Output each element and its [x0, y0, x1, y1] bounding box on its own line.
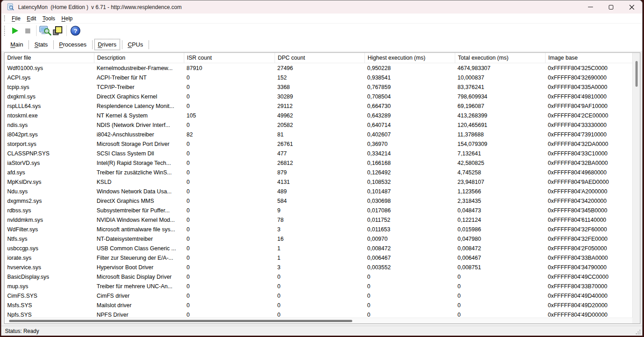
status-bar: Status: Ready: [1, 326, 642, 336]
cell-image-base: 0xFFFFF804'2CE00000: [545, 112, 632, 119]
start-monitor-button[interactable]: [9, 24, 21, 37]
menu-item-help[interactable]: Help: [58, 14, 76, 23]
cell-description: DirectX Graphics MMS: [94, 198, 184, 204]
table-row[interactable]: iorate.sysFilter zur Steuerung der E/A-.…: [5, 253, 632, 262]
copy-image-icon: [52, 26, 64, 36]
menu-item-file[interactable]: File: [9, 14, 23, 23]
cell-driver-file: afd.sys: [5, 169, 94, 176]
cell-isr-count: 0: [184, 226, 275, 233]
table-row[interactable]: i8042prt.sysi8042-Anschlusstreiber82810,…: [5, 130, 632, 139]
cell-highest-execution: 0,101487: [364, 188, 455, 195]
column-header-driver-file[interactable]: Driver file: [5, 53, 94, 63]
cell-dpc-count: 29112: [275, 103, 364, 109]
cell-image-base: 0xFFFFF804'335A0000: [545, 84, 632, 90]
cell-highest-execution: 0,334214: [364, 150, 455, 157]
table-row[interactable]: mup.sysTreiber für mehrere UNC-An...0000…: [5, 281, 632, 291]
cell-description: USB Common Class Generic ...: [94, 245, 184, 252]
cell-driver-file: storport.sys: [5, 141, 94, 147]
cell-dpc-count: 30289: [275, 94, 364, 100]
table-row[interactable]: WdFilter.sysMicrosoft antimalware file s…: [5, 225, 632, 234]
table-row[interactable]: MpKslDrv.sysKSLD041310,10853223,9481070x…: [5, 177, 632, 187]
table-row[interactable]: Npfs.SYSNPFS Driver00000xFFFFF804'49D000…: [5, 310, 632, 318]
table-row[interactable]: tcpip.sysTCP/IP-Treiber033680,76785983,3…: [5, 82, 632, 92]
cell-dpc-count: 0: [275, 283, 364, 290]
table-row[interactable]: BasicDisplay.sysMicrosoft Basic Display …: [5, 272, 632, 281]
cell-description: NVIDIA Windows Kernel Mod...: [94, 217, 184, 223]
table-row[interactable]: rdbss.sysSubsystemtreiber für Puffer...0…: [5, 206, 632, 215]
column-header-total-execution[interactable]: Total execution (ms): [455, 53, 545, 63]
tab-cpus[interactable]: CPUs: [125, 40, 146, 49]
tab-drivers[interactable]: Drivers: [95, 40, 119, 49]
table-row[interactable]: Msfs.SYSMailslot driver00000xFFFFF804'49…: [5, 300, 632, 310]
help-button[interactable]: ?: [69, 24, 82, 37]
cell-isr-count: 0: [184, 255, 275, 261]
horizontal-scrollbar-thumb[interactable]: [9, 320, 352, 322]
column-header-isr-count[interactable]: ISR count: [184, 53, 275, 63]
table-row[interactable]: ntoskrnl.exeNT Kernel & System105499620,…: [5, 111, 632, 120]
cell-driver-file: dxgmms2.sys: [5, 198, 94, 204]
table-row[interactable]: hvservice.sysHypervisor Boot Driver030,0…: [5, 262, 632, 272]
vertical-scrollbar-thumb[interactable]: [635, 61, 638, 87]
resize-grip-icon[interactable]: [635, 329, 640, 334]
copy-screenshot-button[interactable]: [51, 24, 64, 37]
cell-isr-count: 0: [184, 312, 275, 318]
stop-monitor-button[interactable]: [21, 24, 34, 37]
cell-total-execution: 0: [455, 312, 545, 318]
cell-image-base: 0xFFFFF804'49D20000: [545, 302, 632, 309]
cell-description: Microsoft Basic Display Driver: [94, 274, 184, 280]
table-row[interactable]: usbccgp.sysUSB Common Class Generic ...0…: [5, 243, 632, 253]
table-row[interactable]: Ntfs.sysNT-Dateisystemtreiber0160,009700…: [5, 234, 632, 243]
table-row[interactable]: nvlddmkm.sysNVIDIA Windows Kernel Mod...…: [5, 215, 632, 225]
cell-isr-count: 0: [184, 75, 275, 81]
cell-isr-count: 0: [184, 141, 275, 147]
svg-text:?: ?: [74, 28, 77, 34]
tab-processes[interactable]: Processes: [56, 40, 89, 49]
cell-description: KSLD: [94, 179, 184, 185]
toolbar-gripper[interactable]: [4, 26, 5, 36]
cell-description: Microsoft Storage Port Driver: [94, 141, 184, 147]
cell-driver-file: Npfs.SYS: [5, 312, 94, 318]
options-button[interactable]: [39, 24, 51, 37]
cell-highest-execution: 0: [364, 274, 455, 280]
cell-highest-execution: 0,950228: [364, 65, 455, 71]
table-row[interactable]: Wdf01000.sysKernelmodustreiber-Framew...…: [5, 63, 632, 73]
table-row[interactable]: dxgmms2.sysDirectX Graphics MMS05840,030…: [5, 196, 632, 206]
menu-item-edit[interactable]: Edit: [23, 14, 39, 23]
menubar-gripper[interactable]: [4, 15, 5, 21]
horizontal-scrollbar[interactable]: [5, 318, 632, 323]
menu-item-tools[interactable]: Tools: [39, 14, 58, 23]
tab-stats[interactable]: Stats: [32, 40, 51, 49]
cell-image-base: 0xFFFFF804'49D40000: [545, 293, 632, 299]
play-icon: [12, 28, 18, 34]
maximize-button[interactable]: [601, 0, 621, 14]
table-row[interactable]: iaStorVD.sysIntel(R) Rapid Storage Tech.…: [5, 158, 632, 168]
table-row[interactable]: ACPI.sysACPI-Treiber für NT01520,9385411…: [5, 73, 632, 82]
column-header-description[interactable]: Description: [94, 53, 184, 63]
cell-image-base: 0xFFFFF804'9AF10000: [545, 103, 632, 109]
cell-isr-count: 0: [184, 179, 275, 185]
tab-main[interactable]: Main: [8, 40, 26, 49]
close-button[interactable]: [621, 0, 642, 14]
cell-driver-file: CLASSPNP.SYS: [5, 150, 94, 157]
cell-image-base: 0xFFFFF804'33C10000: [545, 150, 632, 157]
vertical-scrollbar[interactable]: [632, 53, 640, 318]
column-header-highest-execution[interactable]: Highest execution (ms): [364, 53, 455, 63]
table-row[interactable]: Ndu.sysWindows Network Data Usa...04890,…: [5, 187, 632, 196]
table-row[interactable]: rspLLL64.sysResplendence Latency Monit..…: [5, 101, 632, 111]
table-row[interactable]: CLASSPNP.SYSSCSI Class System Dll04770,3…: [5, 149, 632, 158]
table-row[interactable]: dxgkrnl.sysDirectX Graphics Kernel030289…: [5, 92, 632, 101]
cell-dpc-count: 477: [275, 150, 364, 157]
table-row[interactable]: storport.sysMicrosoft Storage Port Drive…: [5, 139, 632, 149]
table-row[interactable]: ndis.sysNDIS (Network Driver Interf...02…: [5, 120, 632, 130]
cell-image-base: 0xFFFFF804'345B0000: [545, 207, 632, 214]
column-header-image-base[interactable]: Image base: [545, 53, 632, 63]
table-row[interactable]: afd.sysTreiber für zusätzliche WinS...08…: [5, 168, 632, 177]
cell-driver-file: BasicDisplay.sys: [5, 274, 94, 280]
column-header-dpc-count[interactable]: DPC count: [275, 53, 364, 63]
table-row[interactable]: CimFS.SYSCimFS driver00000xFFFFF804'49D4…: [5, 291, 632, 300]
minimize-button[interactable]: [580, 0, 601, 14]
cell-description: DirectX Graphics Kernel: [94, 94, 184, 100]
cell-total-execution: 0,122124: [455, 217, 545, 223]
cell-description: Kernelmodustreiber-Framew...: [94, 65, 184, 71]
cell-description: Windows Network Data Usa...: [94, 188, 184, 195]
